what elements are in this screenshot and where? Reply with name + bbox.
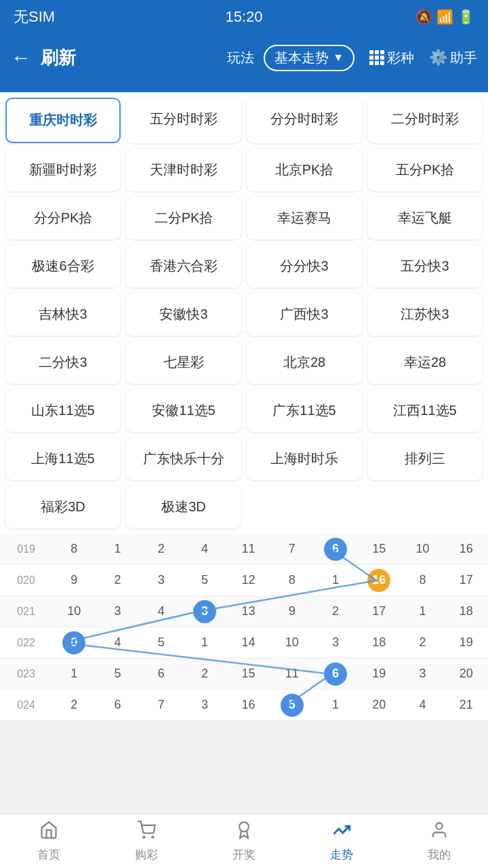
nav-item-我的[interactable]: 我的 [390,814,488,868]
grid-item-31[interactable]: 排列三 [367,437,483,480]
grid-item-8[interactable]: 分分PK拾 [5,197,121,239]
table-cell: 13 [226,604,270,618]
grid-item-17[interactable]: 安徽快3 [126,293,241,336]
table-row: 0242673165120421 [0,690,488,721]
grid-item-28[interactable]: 上海11选5 [5,437,121,480]
彩种-label: 彩种 [387,49,414,67]
grid-item-23[interactable]: 幸运28 [367,341,483,384]
grid-item-27[interactable]: 江西11选5 [367,389,483,432]
cell-bubble: 16 [367,569,390,592]
grid-item-7[interactable]: 五分PK拾 [367,149,483,191]
grid-item-26[interactable]: 广东11选5 [247,389,362,432]
table-cell: 18 [445,604,488,618]
table-cell: 2 [140,542,183,556]
grid-item-24[interactable]: 山东11选5 [5,389,121,432]
table-cell: 3 [96,604,139,618]
nav-item-走势[interactable]: 走势 [293,814,390,868]
table-cell: 2 [52,698,96,712]
table-cell-id: 024 [0,699,52,711]
grid-item-5[interactable]: 天津时时彩 [126,149,241,191]
user-icon [430,821,449,844]
home-icon [39,821,58,844]
彩种-button[interactable]: 彩种 [369,49,414,67]
grid-item-4[interactable]: 新疆时时彩 [5,149,121,191]
nav-item-购彩[interactable]: 购彩 [98,814,195,868]
table-cell-id: 020 [0,574,52,587]
table-row: 02315621511619320 [0,658,488,690]
助手-button[interactable]: ⚙️ 助手 [429,49,477,67]
table-cell: 3 [183,698,226,712]
grid-item-12[interactable]: 极速6合彩 [5,245,121,288]
table-cell: 2 [183,667,226,681]
table-area: 0198124117615101602092351281168170211034… [0,534,488,721]
grid-item-20[interactable]: 二分快3 [5,341,121,384]
grid-item-13[interactable]: 香港六合彩 [126,245,241,288]
header: ← 刷新 玩法 基本走势 ▼ 彩种 ⚙️ 助手 [0,34,488,81]
grid-item-3[interactable]: 二分时时彩 [367,98,483,143]
grid-item-33[interactable]: 极速3D [126,486,241,528]
table-cell: 7 [140,698,183,712]
购彩-label: 购彩 [135,847,158,863]
table-cell: 17 [445,573,488,587]
svg-point-2 [239,822,249,831]
table-cell: 15 [226,667,270,681]
grid-item-6[interactable]: 北京PK拾 [247,149,362,191]
grid-item-16[interactable]: 吉林快3 [5,293,121,336]
grid-item-0[interactable]: 重庆时时彩 [5,98,121,143]
bottom-nav: 首页 购彩 开奖 走势 我的 [0,814,488,868]
table-cell-id: 019 [0,543,52,555]
table-cell: 1 [314,573,357,587]
table-cell: 5 [270,694,314,717]
table-cell: 5 [183,573,226,587]
header-title: 刷新 [41,46,76,70]
grid-item-18[interactable]: 广西快3 [247,293,362,336]
我的-label: 我的 [428,847,451,863]
table-cell: 21 [445,698,488,712]
cell-bubble: 6 [324,538,347,561]
svg-point-0 [143,836,144,837]
grid-item-15[interactable]: 五分快3 [367,245,483,288]
table-cell: 6 [96,698,139,712]
grid-item-14[interactable]: 分分快3 [247,245,362,288]
table-cell: 1 [52,667,96,681]
grid-item-1[interactable]: 五分时时彩 [126,98,241,143]
table-cell: 15 [357,542,401,556]
grid-item-9[interactable]: 二分PK拾 [126,197,241,239]
nav-item-home[interactable]: 首页 [0,814,98,868]
trend-icon [332,821,351,844]
grid-item-19[interactable]: 江苏快3 [367,293,483,336]
table-cell: 17 [357,604,401,618]
grid-item-25[interactable]: 安徽11选5 [126,389,241,432]
table-cell: 19 [357,667,401,681]
cell-bubble: 3 [193,600,216,623]
grid-item-22[interactable]: 北京28 [247,341,362,384]
back-button[interactable]: ← [11,46,31,69]
time-label: 15:20 [225,8,262,26]
table-cell: 9 [52,573,96,587]
grid-item-29[interactable]: 广东快乐十分 [126,437,241,480]
table-cell: 20 [445,667,488,681]
table-row: 02110343139217118 [0,596,488,627]
grid-item-30[interactable]: 上海时时乐 [247,437,362,480]
table-cell: 1 [401,604,444,618]
chevron-down-icon: ▼ [333,52,344,64]
lottery-grid-container: 重庆时时彩五分时时彩分分时时彩二分时时彩新疆时时彩天津时时彩北京PK拾五分PK拾… [0,92,488,534]
table-cell: 16 [357,569,401,592]
grid-item-10[interactable]: 幸运赛马 [247,197,362,239]
grid-item-21[interactable]: 七星彩 [126,341,241,384]
grid-item-11[interactable]: 幸运飞艇 [367,197,483,239]
basic-trend-dropdown[interactable]: 基本走势 ▼ [264,45,354,71]
table-row: 01981241176151016 [0,534,488,565]
table-row: 0209235128116817 [0,565,488,596]
grid-item-32[interactable]: 福彩3D [5,486,121,528]
bell-mute-icon: 🔕 [415,9,432,25]
table-cell: 16 [226,698,270,712]
svg-point-1 [152,836,153,837]
table-cell: 6 [140,667,183,681]
grid-item-2[interactable]: 分分时时彩 [247,98,362,143]
chart-container: 0198124117615101602092351281168170211034… [0,534,488,721]
开奖-label: 开奖 [232,847,256,863]
table-cell: 10 [401,542,444,556]
table-cell: 2 [96,573,139,587]
nav-item-开奖[interactable]: 开奖 [195,814,293,868]
